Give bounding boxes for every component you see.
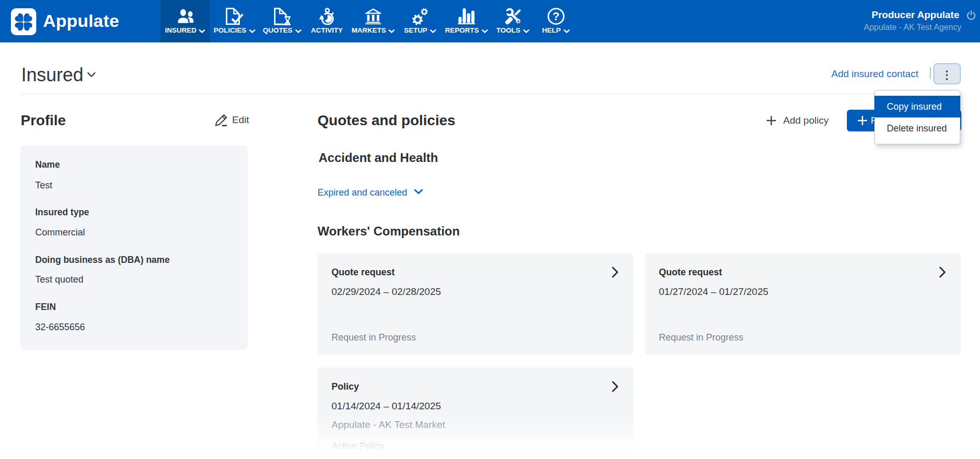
svg-text:?: ? bbox=[552, 10, 559, 23]
